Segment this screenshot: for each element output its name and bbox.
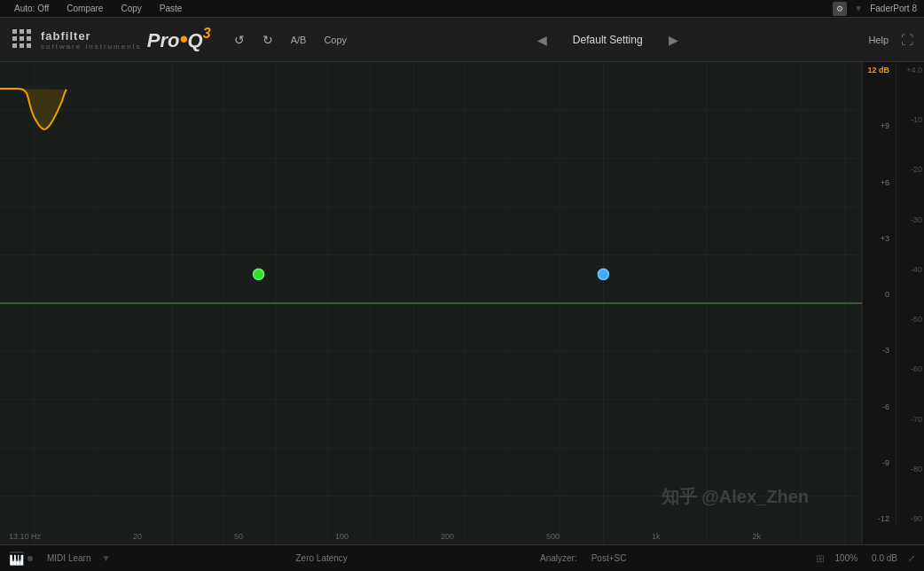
db-m6-label: -6 xyxy=(865,403,889,411)
svg-rect-2 xyxy=(27,29,31,34)
top-menu-bar: Auto: Off Compare Copy Paste ⚙ ▼ FaderPo… xyxy=(0,0,924,18)
piano-icon: 🎹 xyxy=(9,551,24,566)
fabfilter-brand: fabfilter xyxy=(41,29,142,43)
header-toolbar: fabfilter software instruments Pro•Q3 ↺ … xyxy=(0,18,924,62)
settings-icon[interactable]: ⚙ xyxy=(833,2,847,16)
freq-2k-label: 2k xyxy=(752,532,761,541)
db-12-label: 12 dB xyxy=(865,66,889,74)
anl-m50-label: -50 xyxy=(898,315,922,324)
freq-labels: 13.10 Hz 20 50 100 200 500 1k 2k xyxy=(0,532,862,541)
db-6-label: +6 xyxy=(865,178,889,187)
anl-m20-label: -20 xyxy=(898,165,922,174)
anl-m60-label: -60 xyxy=(898,364,922,373)
copy-header-button[interactable]: Copy xyxy=(318,33,352,47)
eq-db-scale: 12 dB +9 +6 +3 0 -3 -6 -9 -12 xyxy=(863,62,891,527)
midi-status-dot xyxy=(27,556,33,561)
fullscreen-button[interactable]: ⛶ xyxy=(901,33,913,47)
anl-p4-label: +4.0 xyxy=(898,66,922,74)
logo-text: fabfilter software instruments xyxy=(41,29,142,51)
db-9-label: +9 xyxy=(865,121,889,130)
logo-icon xyxy=(11,27,35,52)
freq-1k-label: 1k xyxy=(652,532,661,541)
svg-rect-8 xyxy=(27,43,31,48)
auto-off-btn[interactable]: Auto: Off xyxy=(7,2,56,15)
top-bar-right: ⚙ ▼ FaderPort 8 xyxy=(833,2,917,16)
db-0-label: 0 xyxy=(865,290,889,299)
eq-canvas[interactable]: 13.10 Hz 20 50 100 200 500 1k 2k 知乎 @Ale… xyxy=(0,62,862,544)
copy-top-btn[interactable]: Copy xyxy=(114,2,148,15)
prev-preset-button[interactable]: ◀ xyxy=(535,33,549,47)
main-eq-area: 13.10 Hz 20 50 100 200 500 1k 2k 知乎 @Ale… xyxy=(0,62,924,544)
anl-m70-label: -70 xyxy=(898,415,922,424)
anl-m90-label: -90 xyxy=(898,514,922,523)
right-scale-area: 12 dB +9 +6 +3 0 -3 -6 -9 -12 +4.0 -10 -… xyxy=(862,62,924,544)
freq-200-label: 200 xyxy=(441,532,454,541)
scale-icon: ⊞ xyxy=(816,552,825,565)
svg-rect-4 xyxy=(20,36,24,41)
db-m9-label: -9 xyxy=(865,458,889,467)
svg-point-36 xyxy=(254,269,264,279)
zoom-level[interactable]: 100% xyxy=(835,553,858,563)
faderport-label: FaderPort 8 xyxy=(870,4,917,13)
bottom-status-bar: 🎹 MIDI Learn ▼ Zero Latency Analyzer: Po… xyxy=(0,544,924,571)
db-m12-label: -12 xyxy=(865,514,889,523)
svg-rect-6 xyxy=(12,43,17,48)
undo-button[interactable]: ↺ xyxy=(229,29,250,51)
freq-100-label: 100 xyxy=(335,532,348,541)
next-preset-button[interactable]: ▶ xyxy=(666,33,680,47)
freq-50-label: 50 xyxy=(234,532,243,541)
compare-btn[interactable]: Compare xyxy=(59,2,110,15)
eq-grid xyxy=(0,62,862,544)
anl-m80-label: -80 xyxy=(898,465,922,473)
analyzer-value[interactable]: Post+SC xyxy=(591,553,627,563)
anl-m30-label: -30 xyxy=(898,215,922,224)
bottom-left: 🎹 MIDI Learn ▼ xyxy=(9,551,110,566)
gain-value[interactable]: 0.0 dB xyxy=(872,553,897,563)
freq-500-label: 500 xyxy=(546,532,560,541)
ab-button[interactable]: A/B xyxy=(287,33,310,47)
anl-m10-label: -10 xyxy=(898,115,922,124)
software-instruments-text: software instruments xyxy=(41,43,142,51)
svg-point-37 xyxy=(598,269,608,279)
freq-start-label: 13.10 Hz xyxy=(9,532,41,541)
svg-rect-1 xyxy=(20,29,24,34)
midi-learn-btn[interactable]: MIDI Learn xyxy=(47,553,90,563)
svg-rect-0 xyxy=(12,29,17,34)
anl-m40-label: -40 xyxy=(898,265,922,274)
analyzer-db-scale: +4.0 -10 -20 -30 -40 -50 -60 -70 -80 -90 xyxy=(896,62,924,527)
preset-section: ◀ Default Setting ▶ xyxy=(359,33,856,47)
db-m3-label: -3 xyxy=(865,346,889,355)
freq-20-label: 20 xyxy=(133,532,142,541)
paste-btn[interactable]: Paste xyxy=(153,2,190,15)
help-button[interactable]: Help xyxy=(863,33,894,47)
svg-rect-5 xyxy=(27,36,31,41)
svg-rect-7 xyxy=(20,43,24,48)
logo-area: fabfilter software instruments Pro•Q3 xyxy=(11,26,211,53)
redo-button[interactable]: ↻ xyxy=(257,29,278,51)
analyzer-label: Analyzer: xyxy=(540,553,577,563)
proq-logo: Pro•Q3 xyxy=(147,26,211,53)
expand-icon[interactable]: ⤢ xyxy=(908,553,915,563)
svg-rect-3 xyxy=(12,36,17,41)
latency-label[interactable]: Zero Latency xyxy=(295,553,347,563)
db-3-label: +3 xyxy=(865,234,889,243)
preset-name[interactable]: Default Setting xyxy=(554,34,661,46)
